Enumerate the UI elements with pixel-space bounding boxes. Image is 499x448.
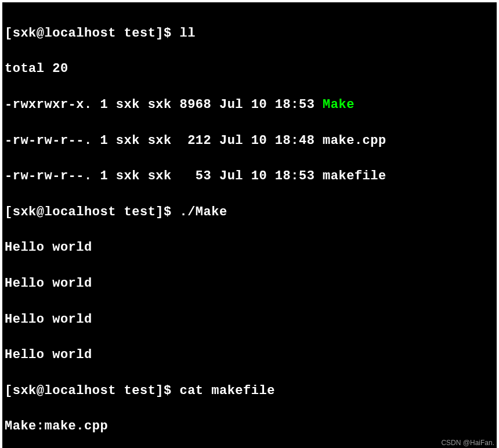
ls-details: -rwxrwxr-x. 1 sxk sxk 8968 Jul 10 18:53 — [5, 97, 323, 112]
terminal-window[interactable]: [sxk@localhost test]$ ll total 20 -rwxrw… — [2, 2, 497, 448]
output-line: Hello world — [5, 311, 494, 329]
output-line: Hello world — [5, 275, 494, 293]
executable-name: Make — [323, 97, 355, 112]
output-line: total 20 — [5, 60, 494, 78]
output-line: Hello world — [5, 346, 494, 364]
command-text: cat makefile — [179, 384, 274, 398]
watermark-text: CSDN @HaiFan. — [441, 439, 494, 447]
shell-prompt: [sxk@localhost test]$ — [5, 384, 179, 398]
ls-row: -rw-rw-r--. 1 sxk sxk 212 Jul 10 18:48 m… — [5, 132, 494, 150]
terminal-line: [sxk@localhost test]$ cat makefile — [5, 382, 494, 400]
ls-row: -rwxrwxr-x. 1 sxk sxk 8968 Jul 10 18:53 … — [5, 96, 494, 114]
command-text: ./Make — [179, 205, 227, 219]
output-line: Hello world — [5, 239, 494, 257]
terminal-line: [sxk@localhost test]$ ./Make — [5, 204, 494, 222]
ls-row: -rw-rw-r--. 1 sxk sxk 53 Jul 10 18:53 ma… — [5, 168, 494, 186]
command-text: ll — [179, 26, 195, 41]
file-content-line: Make:make.cpp — [5, 418, 494, 436]
shell-prompt: [sxk@localhost test]$ — [5, 205, 179, 219]
terminal-line: [sxk@localhost test]$ ll — [5, 25, 494, 43]
shell-prompt: [sxk@localhost test]$ — [5, 26, 179, 41]
